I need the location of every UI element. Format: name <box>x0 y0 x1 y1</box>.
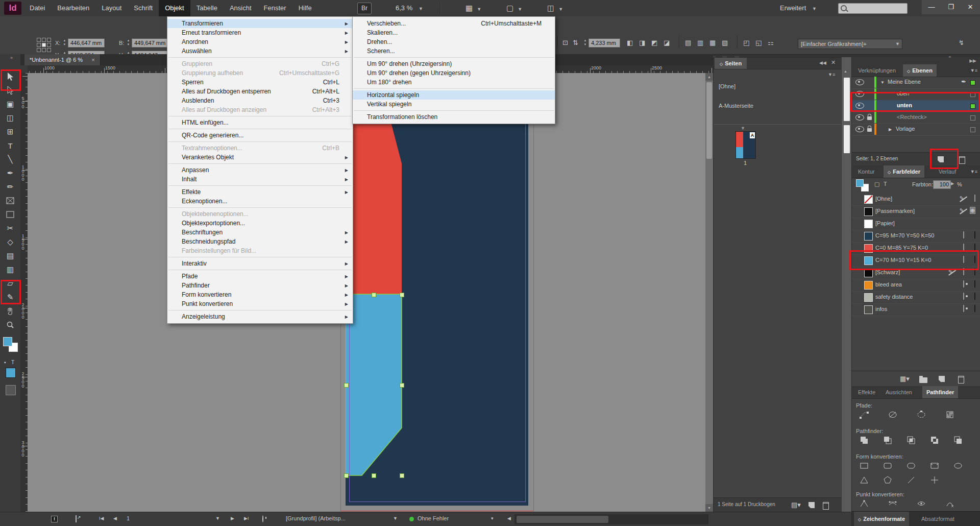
text-icon[interactable]: T <box>884 181 887 187</box>
menu-objekt[interactable]: Objekt <box>159 0 190 16</box>
vertical-ruler[interactable]: 50010001500200025003000 <box>20 73 28 512</box>
objekt-menu-item-qr-code-generieren[interactable]: QR-Code generieren... <box>167 131 353 140</box>
selection-handle[interactable] <box>372 293 376 297</box>
transform-submenu-item-transformationen-löschen[interactable]: Transformationen löschen <box>353 112 555 122</box>
tool-rechteck[interactable] <box>4 208 16 221</box>
swatch-views-icon[interactable]: ▦▾ <box>900 375 910 382</box>
menu-hilfe[interactable]: Hilfe <box>292 0 318 16</box>
tool-direktauswahl[interactable] <box>4 84 16 97</box>
scroll-down-icon[interactable]: ▼ <box>705 504 713 512</box>
objekt-menu-item-form-konvertieren[interactable]: Form konvertieren▶ <box>167 290 353 299</box>
screen-mode-icon[interactable]: ▢▼ <box>506 4 522 13</box>
tab-effekte[interactable]: Effekte <box>854 386 879 398</box>
close-button[interactable]: ✕ <box>961 0 980 14</box>
shape-bevel-icon[interactable] <box>906 461 917 472</box>
center-content-icon[interactable]: ▦ <box>709 39 716 46</box>
tab-absatzformat[interactable]: Absatzformat <box>917 512 959 526</box>
visibility-eye-icon[interactable] <box>855 126 864 132</box>
pt-corner-icon[interactable] <box>859 498 870 510</box>
page-1-thumbnail[interactable]: A <box>736 131 756 159</box>
document-tab[interactable]: *Unbenannt-1 @ 6 % × <box>24 54 101 65</box>
drop-shadow-icon[interactable]: ◱ <box>755 39 762 46</box>
lock-icon[interactable] <box>867 116 872 120</box>
scroll-up-icon[interactable]: ▲ <box>842 67 849 75</box>
objekt-menu-item-html-einfügen[interactable]: HTML einfügen... <box>167 118 353 127</box>
objekt-menu-item-beschneidungspfad[interactable]: Beschneidungspfad▶ <box>167 237 353 246</box>
swatch-row-schwarz[interactable]: [Schwarz]✎ <box>852 267 980 279</box>
horizontal-scrollbar[interactable] <box>514 514 708 524</box>
vertical-scrollbar[interactable]: ▲ ▼ <box>705 73 713 512</box>
swatch-row-ohne[interactable]: [Ohne]✎ <box>852 193 980 206</box>
path-join-icon[interactable] <box>859 410 870 421</box>
objekt-menu-item-farbeinstellungen-für-bild[interactable]: Farbeinstellungen für Bild... <box>167 246 353 255</box>
tab-kontur[interactable]: Kontur <box>854 165 878 178</box>
view-mode-button[interactable] <box>6 385 16 395</box>
view-options-icon[interactable]: ▦▼ <box>465 4 481 13</box>
tool-rechteckrahmen[interactable] <box>4 195 16 207</box>
tool-luecken-werkzeug[interactable]: ◫ <box>4 112 16 124</box>
layer-row-oben[interactable]: oben <box>852 88 980 101</box>
wrap-jump-icon[interactable]: ◩ <box>651 39 657 46</box>
x-field[interactable]: 446,647 mm <box>68 38 105 47</box>
hscroll-left-icon[interactable]: ◀ <box>507 516 511 521</box>
offset-stepper[interactable]: ▲▼ <box>583 38 587 46</box>
status-dropdown-icon[interactable]: ▾ <box>491 516 494 521</box>
swatch-row-passermarken[interactable]: [Passermarken]⊕✎ <box>852 205 980 218</box>
tool-pipette[interactable]: ✎ <box>4 291 16 303</box>
tab-farbfelder[interactable]: ◇Farbfelder <box>884 165 924 178</box>
objekt-menu-item-sperren[interactable]: SperrenCtrl+L <box>167 78 353 87</box>
fill-frame-icon[interactable]: ▧ <box>722 39 728 46</box>
flip-icon[interactable]: ⇅ <box>573 39 578 46</box>
document-canvas[interactable]: ▲ ▼ <box>28 73 713 512</box>
new-group-icon[interactable] <box>919 377 927 383</box>
tab-seiten[interactable]: ◇Seiten <box>715 58 747 69</box>
path-close-icon[interactable] <box>916 410 927 421</box>
wrap-bound-icon[interactable]: ◨ <box>639 39 645 46</box>
objekt-menu-item-gruppieren[interactable]: GruppierenCtrl+G <box>167 59 353 68</box>
master-item-none[interactable]: [Ohne] <box>719 83 736 89</box>
swatch-row-infos[interactable]: infos <box>852 303 980 316</box>
pf-minusback-icon[interactable] <box>953 435 964 446</box>
tab-zeichenformate[interactable]: ◇Zeichenformate <box>854 512 909 526</box>
tint-slider-icon[interactable]: ▶ <box>951 181 954 186</box>
panel-menu-icon[interactable]: ▼≡ <box>828 72 835 77</box>
fill-stroke-proxy[interactable] <box>3 337 18 352</box>
selection-handle[interactable] <box>372 473 376 478</box>
transform-submenu-item-verschieben[interactable]: Verschieben...Ctrl+Umschalttaste+M <box>353 19 555 28</box>
wrap-none-icon[interactable]: ◧ <box>627 39 633 46</box>
selection-indicator[interactable] <box>970 104 975 109</box>
export-icon[interactable] <box>76 515 77 522</box>
workspace-switcher[interactable]: Erweitert ▼ <box>780 0 817 16</box>
visibility-eye-icon[interactable] <box>855 114 864 121</box>
x-stepper[interactable]: ▲▼ <box>62 38 67 46</box>
tool-seiten-werkzeug[interactable]: ▣ <box>4 98 16 110</box>
selection-indicator[interactable] <box>970 80 975 85</box>
menu-fenster[interactable]: Fenster <box>258 0 292 16</box>
objekt-menu-item-inhalt[interactable]: Inhalt▶ <box>167 175 353 184</box>
transform-submenu-item-vertikal-spiegeln[interactable]: Vertikal spiegeln <box>353 100 555 109</box>
arrange-documents-icon[interactable]: ◫▼ <box>547 4 563 13</box>
collapse-panel-icon[interactable]: ◀◀ <box>819 60 826 65</box>
selection-handle[interactable] <box>344 473 349 478</box>
tint-field[interactable]: 100 <box>933 180 951 189</box>
path-reverse-icon[interactable] <box>945 410 956 421</box>
tool-hand[interactable] <box>4 305 16 317</box>
tab-ebenen[interactable]: ◇Ebenen <box>903 64 937 77</box>
shape-line-icon[interactable] <box>906 475 917 486</box>
objekt-menu-item-beschriftungen[interactable]: Beschriftungen▶ <box>167 228 353 237</box>
tab-verknuepfungen[interactable]: Verknüpfungen <box>854 64 900 77</box>
tool-linie[interactable]: ╲ <box>4 153 16 165</box>
wrap-shape-icon[interactable]: ◪ <box>664 39 670 46</box>
next-page-icon[interactable]: ▶ <box>231 516 234 521</box>
objekt-menu-item-verankertes-objekt[interactable]: Verankertes Objekt▶ <box>167 153 353 162</box>
close-panel-icon[interactable]: ✕ <box>831 59 836 66</box>
swatch-row-c-0-m-85-y-75-k-0[interactable]: C=0 M=85 Y=75 K=0 <box>852 242 980 255</box>
objekt-menu-item-objektexportoptionen[interactable]: Objektexportoptionen... <box>167 219 353 228</box>
effects-icon[interactable]: ◰ <box>743 39 749 46</box>
b-stepper[interactable]: ▲▼ <box>126 38 131 46</box>
swatch-row-c-70-m-10-y-15-k-0[interactable]: C=70 M=10 Y=15 K=0 <box>852 254 980 267</box>
swatch-row-safety-distance[interactable]: safety distance <box>852 291 980 304</box>
transform-submenu-item-scheren[interactable]: Scheren... <box>353 46 555 56</box>
scroll-up-icon[interactable]: ▲ <box>705 73 713 81</box>
master-item-a[interactable]: A-Musterseite <box>719 103 753 109</box>
